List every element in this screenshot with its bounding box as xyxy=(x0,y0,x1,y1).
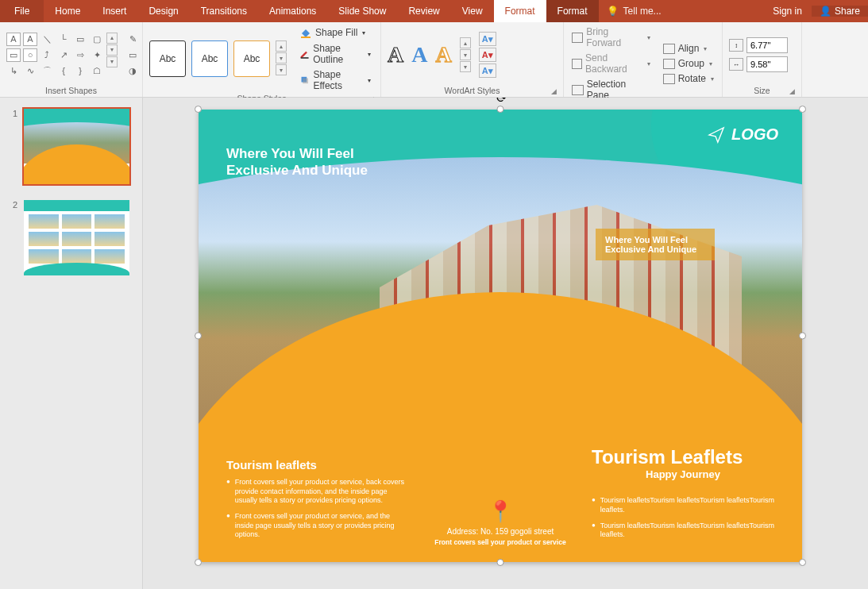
left-bullet-1: Front covers sell your product or servic… xyxy=(226,478,409,506)
group-icon xyxy=(663,59,675,69)
shape-line-icon[interactable]: ＼ xyxy=(40,33,54,46)
shape-style-gallery[interactable]: Abc Abc Abc ▴▾▾ xyxy=(149,40,287,77)
bring-forward-button[interactable]: Bring Forward▾ xyxy=(570,25,652,49)
wordart-style-1[interactable]: A xyxy=(388,42,403,67)
shape-callout-icon[interactable]: ☖ xyxy=(90,64,104,78)
shape-effects-label: Shape Effects xyxy=(313,69,363,91)
slide-callout: Where You Will Feel Exclusive And Unique xyxy=(596,229,715,260)
address-text: Address: No. 159 gogoli street xyxy=(434,527,565,536)
menu-view[interactable]: View xyxy=(451,0,494,22)
shape-brace-l-icon[interactable]: { xyxy=(56,64,71,78)
menu-format[interactable]: Format xyxy=(494,0,546,22)
svg-rect-1 xyxy=(301,57,309,59)
shape-arrow-icon[interactable]: ⤴ xyxy=(40,48,54,62)
text-outline-button[interactable]: A▾ xyxy=(479,48,496,62)
slide-1[interactable]: LOGO Where You Will Feel Exclusive And U… xyxy=(199,110,802,562)
resize-handle-sw[interactable] xyxy=(195,559,202,566)
group-arrange: Bring Forward▾ Send Backward▾ Selection … xyxy=(564,22,723,97)
shape-brace-r-icon[interactable]: } xyxy=(73,64,87,78)
shape-style-3[interactable]: Abc xyxy=(233,40,270,77)
chevron-down-icon: ▾ xyxy=(368,77,371,84)
shape-style-more[interactable]: ▴▾▾ xyxy=(276,40,287,77)
shape-arrow2-icon[interactable]: ↗ xyxy=(56,48,71,62)
thumbnail-number: 2 xyxy=(13,200,19,275)
shape-width-input[interactable] xyxy=(746,56,788,72)
menu-transitions[interactable]: Transitions xyxy=(190,0,258,22)
thumbnail-number: 1 xyxy=(13,109,19,184)
send-backward-button[interactable]: Send Backward▾ xyxy=(570,52,652,75)
menu-slideshow[interactable]: Slide Show xyxy=(327,0,397,22)
dialog-launcher-icon[interactable]: ◢ xyxy=(551,87,557,95)
shape-effects-button[interactable]: Shape Effects▾ xyxy=(296,68,374,92)
align-button[interactable]: Align▾ xyxy=(662,42,716,55)
shapes-gallery[interactable]: A ▭ ↳ A ○ ∿ ＼ ⤴ ⌒ └ ↗ { xyxy=(6,33,118,78)
shape-textbox-icon[interactable]: A xyxy=(6,33,21,46)
slide-canvas[interactable]: ⟳ LOGO Where You Will Feel Exclusive And… xyxy=(143,98,868,589)
resize-handle-n[interactable] xyxy=(497,106,504,113)
menu-format-2[interactable]: Format xyxy=(546,0,599,22)
resize-handle-e[interactable] xyxy=(799,333,806,340)
wordart-more[interactable]: ▴▾▾ xyxy=(460,37,471,72)
slide-headline: Where You Will Feel Exclusive And Unique xyxy=(226,145,385,179)
shape-elbow-icon[interactable]: └ xyxy=(56,33,71,46)
wordart-gallery[interactable]: A A A ▴▾▾ xyxy=(388,37,471,72)
share-button[interactable]: 👤 Share xyxy=(812,6,868,17)
shape-fill-button[interactable]: Shape Fill▾ xyxy=(296,25,374,40)
shape-rect-icon[interactable]: ▭ xyxy=(6,48,21,62)
group-button[interactable]: Group▾ xyxy=(662,57,716,70)
shape-connector-icon[interactable]: ↳ xyxy=(6,64,21,78)
menu-file[interactable]: File xyxy=(0,0,44,22)
menu-insert[interactable]: Insert xyxy=(91,0,137,22)
edit-shape-icon[interactable]: ✎ xyxy=(125,33,140,46)
merge-shapes-icon[interactable]: ◑ xyxy=(125,64,140,78)
resize-handle-s[interactable] xyxy=(497,559,504,566)
resize-handle-ne[interactable] xyxy=(799,106,806,113)
shape-style-2[interactable]: Abc xyxy=(191,40,228,77)
slide-thumbnails-panel[interactable]: 1 2 xyxy=(0,98,143,589)
textbox-icon[interactable]: ▭ xyxy=(125,48,140,62)
dialog-launcher-icon[interactable]: ◢ xyxy=(789,87,795,95)
menu-review[interactable]: Review xyxy=(397,0,450,22)
wordart-style-2[interactable]: A xyxy=(411,42,427,67)
thumbnail-1-row[interactable]: 1 xyxy=(13,109,129,184)
shape-rect2-icon[interactable]: ▭ xyxy=(73,33,87,46)
sign-in-link[interactable]: Sign in xyxy=(763,6,812,17)
thumbnail-2[interactable] xyxy=(24,200,129,275)
rotate-icon xyxy=(663,74,675,84)
chevron-down-icon: ▾ xyxy=(362,29,365,37)
group-label-insert-shapes: Insert Shapes xyxy=(6,84,136,95)
shape-arrow3-icon[interactable]: ⇨ xyxy=(73,48,87,62)
shape-height-input[interactable] xyxy=(746,37,788,53)
group-size: ↕ ↔ Size◢ xyxy=(723,22,802,97)
shape-star-icon[interactable]: ✦ xyxy=(90,48,104,62)
menu-design[interactable]: Design xyxy=(137,0,189,22)
shape-oval-icon[interactable]: ○ xyxy=(23,48,37,62)
resize-handle-se[interactable] xyxy=(799,559,806,566)
shape-outline-button[interactable]: Shape Outline▾ xyxy=(296,42,374,66)
text-effects-button[interactable]: A▾ xyxy=(479,64,496,78)
shape-textbox2-icon[interactable]: A xyxy=(23,33,37,46)
shapes-more[interactable]: ▴▾▾ xyxy=(106,33,118,78)
resize-handle-w[interactable] xyxy=(195,333,202,340)
bulb-icon: 💡 xyxy=(607,6,619,17)
rotation-handle[interactable]: ⟳ xyxy=(496,98,505,99)
thumbnail-2-row[interactable]: 2 xyxy=(13,200,129,275)
shape-curve-icon[interactable]: ∿ xyxy=(23,64,37,78)
thumbnail-1[interactable] xyxy=(24,109,129,184)
wordart-style-3[interactable]: A xyxy=(435,42,451,67)
right-title: Tourism Leaflets xyxy=(592,446,774,468)
bring-forward-icon xyxy=(572,33,583,43)
shape-fill-label: Shape Fill xyxy=(315,27,357,38)
menu-home[interactable]: Home xyxy=(44,0,91,22)
resize-handle-nw[interactable] xyxy=(195,106,202,113)
slide-col-right: Tourism Leaflets Happy Journey Tourism l… xyxy=(592,446,774,546)
shape-arc-icon[interactable]: ⌒ xyxy=(40,64,54,78)
share-icon: 👤 xyxy=(820,6,831,17)
tell-me-search[interactable]: 💡 Tell me... xyxy=(599,6,669,17)
menu-animations[interactable]: Animations xyxy=(258,0,327,22)
rotate-button[interactable]: Rotate▾ xyxy=(662,72,716,85)
text-fill-button[interactable]: A▾ xyxy=(479,32,496,46)
selection-pane-icon xyxy=(572,85,584,95)
shape-roundrect-icon[interactable]: ▢ xyxy=(90,33,104,46)
shape-style-1[interactable]: Abc xyxy=(149,40,186,77)
